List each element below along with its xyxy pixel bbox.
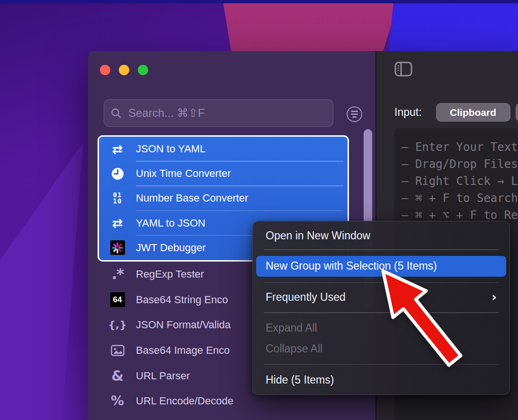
file-source-button[interactable] [516, 103, 518, 122]
clipboard-source-button[interactable]: Clipboard [436, 103, 510, 122]
menu-separator [264, 249, 499, 250]
search-field[interactable] [104, 99, 333, 127]
regexp-icon: .* [99, 270, 136, 279]
context-menu: Open in New Window New Group with Select… [252, 221, 510, 395]
menu-item-hide[interactable]: Hide (5 Items) [253, 369, 509, 390]
swap-icon: ⇄ [99, 217, 136, 229]
clock-icon [99, 167, 136, 180]
menu-item-expand-all: Expand All [253, 318, 509, 339]
menu-separator [264, 364, 499, 365]
menu-item-open-in-new-window[interactable]: Open in New Window [253, 226, 509, 245]
zoom-button[interactable] [138, 65, 148, 75]
desktop: ⇄ JSON to YAML Unix Time Converter [0, 0, 518, 420]
jwt-logo-icon [99, 240, 136, 255]
wallpaper-top-strip [0, 0, 518, 3]
menu-separator [264, 282, 499, 283]
percent-icon: % [99, 394, 136, 408]
sidebar-item-number-base-converter[interactable]: 01 10 Number Base Converter [99, 186, 348, 210]
input-source-row: Input: Clipboard [394, 103, 518, 122]
sidebar-item-unix-time-converter[interactable]: Unix Time Converter [99, 161, 348, 186]
input-label: Input: [394, 106, 422, 119]
search-input[interactable] [127, 106, 326, 120]
menu-item-frequently-used[interactable]: Frequently Used › [253, 287, 509, 307]
json-braces-icon: {,} [99, 320, 136, 330]
menu-separator [264, 312, 499, 313]
ampersand-icon: & [99, 369, 136, 383]
swap-icon: ⇄ [99, 143, 136, 156]
window-controls [100, 65, 148, 75]
menu-item-new-group-with-selection[interactable]: New Group with Selection (5 Items) [256, 256, 506, 277]
sidebar-toggle-icon [394, 61, 412, 77]
filter-menu-button[interactable] [347, 106, 362, 122]
number-base-icon: 01 10 [99, 192, 136, 204]
filter-icon [351, 111, 358, 112]
sidebar-item-json-to-yaml[interactable]: ⇄ JSON to YAML [99, 137, 348, 161]
image-icon [99, 345, 136, 356]
submenu-chevron-icon: › [491, 290, 497, 304]
menu-item-collapse-all: Collapse All [253, 339, 509, 359]
base64-icon: 64 [99, 292, 136, 307]
search-icon [111, 108, 122, 119]
close-button[interactable] [100, 65, 110, 75]
sidebar-toggle-button[interactable] [394, 61, 412, 79]
minimize-button[interactable] [119, 65, 129, 75]
